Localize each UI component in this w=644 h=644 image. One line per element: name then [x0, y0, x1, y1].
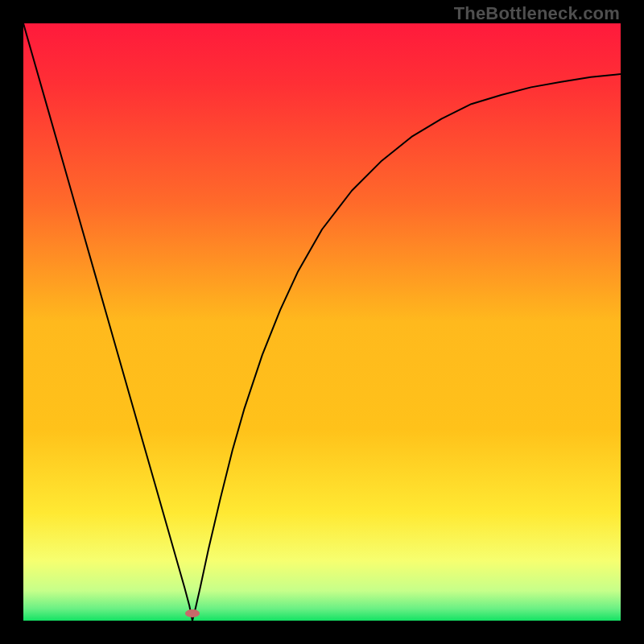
- watermark-text: TheBottleneck.com: [454, 3, 620, 24]
- chart-plot: [23, 23, 621, 621]
- outer-frame: TheBottleneck.com: [0, 0, 644, 644]
- heatmap-background: [23, 23, 621, 621]
